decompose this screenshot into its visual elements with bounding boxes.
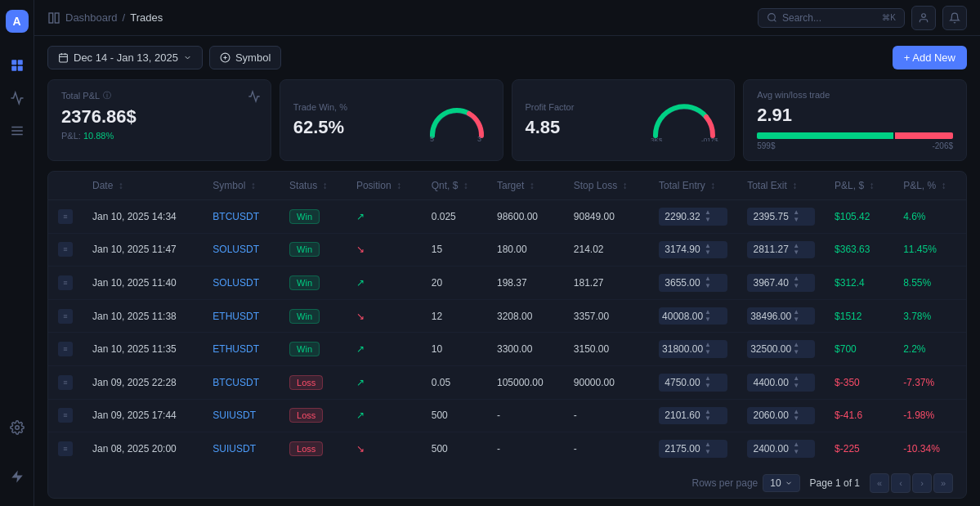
- app-logo[interactable]: A: [6, 10, 29, 33]
- row-target: 3300.00: [487, 333, 564, 366]
- totalexit-stepper[interactable]: 38496.00 ▲ ▼: [747, 307, 815, 325]
- page-prev-btn[interactable]: ‹: [891, 473, 911, 493]
- totalexit-down-arrow[interactable]: ▼: [793, 316, 799, 324]
- totalexit-down-arrow[interactable]: ▼: [793, 249, 799, 257]
- col-symbol[interactable]: Symbol ↕: [203, 172, 280, 200]
- row-symbol[interactable]: SUIUSDT: [203, 432, 280, 465]
- page-last-btn[interactable]: »: [933, 473, 953, 493]
- totalexit-arrows[interactable]: ▲ ▼: [793, 342, 799, 356]
- totalentry-down-arrow[interactable]: ▼: [705, 283, 711, 290]
- col-target[interactable]: Target ↕: [487, 172, 564, 200]
- totalexit-arrows[interactable]: ▲ ▼: [793, 309, 799, 324]
- totalentry-stepper[interactable]: 31800.00 ▲ ▼: [659, 340, 727, 358]
- row-status: Win: [280, 333, 347, 366]
- totalexit-stepper[interactable]: 2400.00 ▲ ▼: [747, 440, 815, 458]
- row-totalexit: 4400.00 ▲ ▼: [737, 365, 825, 399]
- col-totalentry[interactable]: Total Entry ↕: [649, 172, 737, 200]
- row-symbol[interactable]: BTCUSDT: [203, 200, 280, 234]
- page-next-btn[interactable]: ›: [912, 473, 932, 493]
- row-symbol[interactable]: BTCUSDT: [203, 365, 280, 399]
- col-date[interactable]: Date ↕: [83, 172, 203, 200]
- totalentry-arrows[interactable]: ▲ ▼: [705, 342, 711, 356]
- col-pnl-dollar[interactable]: P&L, $ ↕: [825, 172, 893, 200]
- col-status[interactable]: Status ↕: [280, 172, 347, 200]
- sidebar-item-dashboard[interactable]: [4, 52, 30, 78]
- row-symbol[interactable]: SOLUSDT: [203, 233, 280, 266]
- symbol-filter-btn[interactable]: Symbol: [209, 46, 281, 69]
- sidebar-item-lightning[interactable]: [4, 463, 30, 490]
- sidebar-item-settings[interactable]: [4, 414, 30, 441]
- totalentry-arrows[interactable]: ▲ ▼: [705, 441, 711, 456]
- sidebar-item-trades[interactable]: [4, 85, 30, 111]
- row-expand-icon[interactable]: ≡: [58, 441, 73, 456]
- totalentry-stepper[interactable]: 4750.00 ▲ ▼: [659, 374, 727, 392]
- row-expand-icon[interactable]: ≡: [58, 209, 73, 224]
- sidebar-item-analytics[interactable]: [4, 118, 30, 144]
- totalentry-stepper[interactable]: 3655.00 ▲ ▼: [659, 274, 727, 292]
- totalexit-down-arrow[interactable]: ▼: [793, 349, 799, 356]
- totalentry-arrows[interactable]: ▲ ▼: [705, 375, 711, 390]
- user-avatar-btn[interactable]: [911, 6, 936, 30]
- totalentry-arrows[interactable]: ▲ ▼: [705, 243, 711, 257]
- totalentry-arrows[interactable]: ▲ ▼: [705, 409, 711, 423]
- row-expand-icon[interactable]: ≡: [58, 408, 73, 423]
- totalentry-stepper[interactable]: 2175.00 ▲ ▼: [659, 440, 727, 458]
- totalentry-arrows[interactable]: ▲ ▼: [705, 209, 711, 224]
- page-first-btn[interactable]: «: [870, 473, 889, 493]
- totalentry-down-arrow[interactable]: ▼: [705, 249, 711, 257]
- row-pnl-dollar: $1512: [825, 299, 893, 333]
- totalexit-stepper[interactable]: 2811.27 ▲ ▼: [747, 241, 815, 259]
- totalexit-down-arrow[interactable]: ▼: [793, 383, 799, 390]
- totalexit-down-arrow[interactable]: ▼: [793, 283, 799, 290]
- totalentry-down-arrow[interactable]: ▼: [705, 449, 711, 456]
- totalentry-stepper[interactable]: 40008.00 ▲ ▼: [659, 307, 727, 325]
- totalexit-stepper[interactable]: 3967.40 ▲ ▼: [747, 274, 815, 292]
- totalexit-stepper[interactable]: 2060.00 ▲ ▼: [747, 407, 815, 425]
- date-range-picker[interactable]: Dec 14 - Jan 13, 2025: [47, 46, 203, 69]
- add-new-button[interactable]: + Add New: [893, 46, 967, 69]
- col-stoploss[interactable]: Stop Loss ↕: [564, 172, 649, 200]
- totalexit-stepper[interactable]: 4400.00 ▲ ▼: [747, 374, 815, 392]
- totalentry-stepper[interactable]: 2101.60 ▲ ▼: [659, 407, 727, 425]
- row-symbol[interactable]: ETHUSDT: [203, 299, 280, 333]
- totalexit-down-arrow[interactable]: ▼: [793, 415, 799, 423]
- col-pnl-pct[interactable]: P&L, % ↕: [893, 172, 966, 200]
- totalentry-arrows[interactable]: ▲ ▼: [705, 275, 711, 290]
- direction-down-icon: ↘: [356, 244, 365, 255]
- totalentry-stepper[interactable]: 3174.90 ▲ ▼: [659, 241, 727, 259]
- totalexit-down-arrow[interactable]: ▼: [793, 449, 799, 456]
- col-position[interactable]: Position ↕: [347, 172, 422, 200]
- pnl-chart-icon[interactable]: [248, 90, 261, 105]
- sidebar-toggle-icon[interactable]: [47, 11, 60, 25]
- totalexit-stepper[interactable]: 2395.75 ▲ ▼: [747, 208, 815, 226]
- totalexit-arrows[interactable]: ▲ ▼: [793, 409, 799, 423]
- totalentry-down-arrow[interactable]: ▼: [705, 415, 711, 423]
- row-expand-icon[interactable]: ≡: [58, 375, 73, 390]
- col-totalexit[interactable]: Total Exit ↕: [737, 172, 825, 200]
- totalentry-down-arrow[interactable]: ▼: [705, 383, 711, 390]
- totalexit-stepper[interactable]: 32500.00 ▲ ▼: [747, 340, 815, 358]
- pnl-info-icon[interactable]: ⓘ: [103, 90, 111, 101]
- row-expand-icon[interactable]: ≡: [58, 309, 73, 324]
- row-symbol[interactable]: SUIUSDT: [203, 399, 280, 432]
- totalentry-down-arrow[interactable]: ▼: [705, 316, 711, 324]
- totalexit-arrows[interactable]: ▲ ▼: [793, 209, 799, 224]
- totalentry-down-arrow[interactable]: ▼: [705, 217, 711, 224]
- totalexit-arrows[interactable]: ▲ ▼: [793, 243, 799, 257]
- totalentry-stepper[interactable]: 2290.32 ▲ ▼: [659, 208, 727, 226]
- notifications-btn[interactable]: [942, 6, 967, 30]
- row-expand-icon[interactable]: ≡: [58, 342, 73, 356]
- row-expand-icon[interactable]: ≡: [58, 242, 73, 257]
- col-qty[interactable]: Qnt, $ ↕: [422, 172, 487, 200]
- rows-per-page-select[interactable]: 10: [763, 474, 799, 492]
- totalexit-arrows[interactable]: ▲ ▼: [793, 441, 799, 456]
- totalexit-arrows[interactable]: ▲ ▼: [793, 275, 799, 290]
- totalentry-arrows[interactable]: ▲ ▼: [705, 309, 711, 324]
- row-expand-icon[interactable]: ≡: [58, 275, 73, 290]
- totalentry-down-arrow[interactable]: ▼: [705, 349, 711, 356]
- row-symbol[interactable]: SOLUSDT: [203, 266, 280, 300]
- row-symbol[interactable]: ETHUSDT: [203, 333, 280, 366]
- search-box[interactable]: Search... ⌘K: [758, 8, 905, 28]
- totalexit-down-arrow[interactable]: ▼: [793, 217, 799, 224]
- totalexit-arrows[interactable]: ▲ ▼: [793, 375, 799, 390]
